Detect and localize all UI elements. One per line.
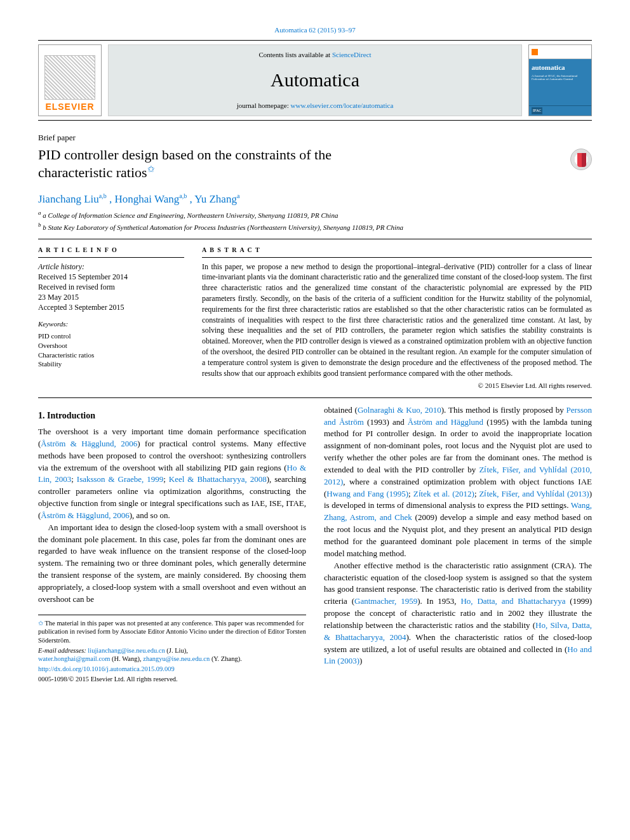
article-title: PID controller design based on the const… <box>38 146 570 181</box>
masthead-center: Contents lists available at ScienceDirec… <box>108 44 522 116</box>
cover-title: automatica <box>532 63 589 72</box>
intro-para-1: The overshoot is a very important time d… <box>38 426 306 522</box>
pre-abstract-rule <box>38 239 592 239</box>
elsevier-logo[interactable]: ELSEVIER <box>38 44 102 116</box>
copyright: © 2015 Elsevier Ltd. All rights reserved… <box>202 381 592 390</box>
ref-zitek-2012[interactable]: Zı́tek et al. (2012) <box>413 489 474 498</box>
ref-hwang-1995[interactable]: Hwang and Fang (1995) <box>326 489 408 498</box>
cover-mid: automatica A Journal of IFAC, the Intern… <box>529 59 591 105</box>
authors: Jianchang Liua,b , Honghai Wanga,b , Yu … <box>38 192 592 207</box>
ref-astrom-2006a[interactable]: Åström & Hägglund, 2006 <box>41 439 137 448</box>
abstract-rule <box>202 257 592 258</box>
issn-line: 0005-1098/© 2015 Elsevier Ltd. All right… <box>38 675 306 684</box>
top-rule <box>38 40 592 41</box>
author-1[interactable]: Jianchang Liu <box>38 193 99 205</box>
cover-logo-icon <box>532 49 538 55</box>
info-rule <box>38 257 184 258</box>
elsevier-tree-icon <box>44 55 95 100</box>
header-citation: Automatica 62 (2015) 93–97 <box>38 25 592 35</box>
keyword-4: Stability <box>38 359 184 369</box>
doi-link[interactable]: http://dx.doi.org/10.1016/j.automatica.2… <box>38 665 175 672</box>
cover-top <box>529 45 591 59</box>
journal-cover[interactable]: automatica A Journal of IFAC, the Intern… <box>528 44 592 116</box>
abstract-block: A B S T R A C T In this paper, we propos… <box>202 246 592 391</box>
abstract-heading: A B S T R A C T <box>202 246 592 255</box>
footnote-text: The material in this paper was not prese… <box>38 620 306 644</box>
author-1-aff[interactable]: a,b <box>99 192 107 199</box>
footnote-star-icon: ✩ <box>38 620 43 627</box>
ref-astrom-1995[interactable]: Åström and Hägglund <box>408 417 483 427</box>
ref-gantmacher-1959[interactable]: Gantmacher, 1959 <box>354 596 417 606</box>
ref-zitek-2013[interactable]: Zı́tek, Fišer, and Vyhlı́dal (2013) <box>479 489 589 498</box>
contents-line: Contents lists available at ScienceDirec… <box>258 50 371 60</box>
email-1[interactable]: liujianchang@ise.neu.edu.cn <box>88 647 164 654</box>
masthead-bottom-rule <box>38 120 592 121</box>
email-2[interactable]: water.honghai@gmail.com <box>38 655 110 662</box>
keyword-2: Overshoot <box>38 341 184 350</box>
ref-isaksson-1999[interactable]: Isaksson & Graebe, 1999 <box>77 474 163 484</box>
journal-name: Automatica <box>271 67 359 93</box>
intro-para-2-cont: obtained (Golnaraghi & Kuo, 2010). This … <box>324 404 592 560</box>
abstract-text: In this paper, we propose a new method t… <box>202 262 592 379</box>
affiliation-a: a a College of Information Science and E… <box>38 209 592 220</box>
masthead: ELSEVIER Contents lists available at Sci… <box>38 44 592 116</box>
crossmark-icon[interactable] <box>570 149 592 170</box>
header-citation-link[interactable]: Automatica 62 (2015) 93–97 <box>274 26 355 34</box>
author-2[interactable]: , Honghai Wang <box>109 193 179 205</box>
keyword-3: Characteristic ratios <box>38 350 184 360</box>
affiliation-b: b b State Key Laboratory of Synthetical … <box>38 221 592 232</box>
ifac-badge: IFAC <box>532 107 542 114</box>
homepage-link[interactable]: www.elsevier.com/locate/automatica <box>291 102 394 109</box>
section-1-heading: 1. Introduction <box>38 410 306 422</box>
brief-paper-label: Brief paper <box>38 132 592 143</box>
keyword-1: PID control <box>38 331 184 341</box>
homepage-line: journal homepage: www.elsevier.com/locat… <box>237 101 394 110</box>
body-columns: 1. Introduction The overshoot is a very … <box>38 404 592 683</box>
footnotes: ✩ The material in this paper was not pre… <box>38 615 306 683</box>
post-abstract-rule <box>38 397 592 398</box>
ref-astrom-2006b[interactable]: Åström & Hägglund, 2006 <box>41 510 129 520</box>
abstract-row: A R T I C L E I N F O Article history: R… <box>38 246 592 391</box>
author-3[interactable]: , Yu Zhang <box>189 193 236 205</box>
ref-ho-1999[interactable]: Ho, Datta, and Bhattacharyya <box>460 596 565 606</box>
author-3-aff[interactable]: a <box>237 192 239 199</box>
ref-golnaraghi-2010[interactable]: Golnaraghi & Kuo, 2010 <box>358 405 441 415</box>
article-info-heading: A R T I C L E I N F O <box>38 246 184 255</box>
author-2-aff[interactable]: a,b <box>179 192 187 199</box>
elsevier-wordmark: ELSEVIER <box>45 101 94 114</box>
title-footnote-star-icon[interactable]: ✩ <box>147 164 155 174</box>
cover-subtitle: A Journal of IFAC, the International Fed… <box>532 74 589 81</box>
email-3[interactable]: zhangyu@ise.neu.edu.cn <box>143 655 210 662</box>
article-info: A R T I C L E I N F O Article history: R… <box>38 246 184 391</box>
keywords-heading: Keywords: <box>38 319 184 329</box>
intro-para-3: Another effective method is the characte… <box>324 560 592 668</box>
intro-para-2: An important idea to design the closed-l… <box>38 522 306 606</box>
sciencedirect-link[interactable]: ScienceDirect <box>332 51 372 58</box>
cover-bottom: IFAC <box>529 105 591 116</box>
ref-keel-2008[interactable]: Keel & Bhattacharyya, 2008 <box>169 474 267 484</box>
